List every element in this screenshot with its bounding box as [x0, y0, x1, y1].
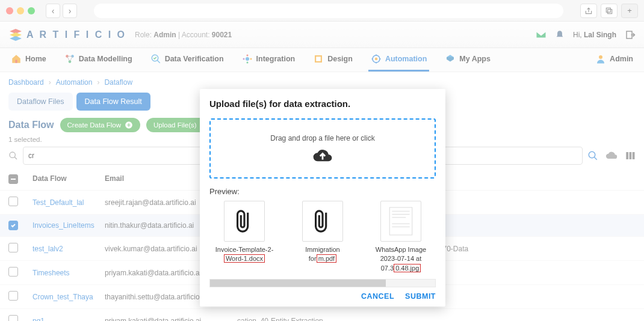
- preview-item[interactable]: WhatsApp Image 2023-07-14 at 07.30.48.jp…: [371, 201, 431, 273]
- row-checkbox[interactable]: [8, 315, 18, 321]
- close-window[interactable]: [6, 7, 13, 14]
- svg-point-7: [152, 55, 158, 61]
- svg-rect-23: [630, 152, 632, 159]
- nav-automation[interactable]: Automation: [368, 48, 429, 72]
- nav-data-modelling[interactable]: Data Modelling: [62, 48, 135, 72]
- row-checkbox[interactable]: [8, 243, 18, 252]
- forward-button[interactable]: ›: [63, 4, 77, 18]
- minimize-window[interactable]: [17, 7, 24, 14]
- svg-point-17: [599, 55, 602, 59]
- cancel-button[interactable]: CANCEL: [361, 292, 394, 301]
- nav-integration[interactable]: Integration: [240, 48, 298, 72]
- svg-rect-22: [626, 152, 628, 159]
- svg-rect-25: [11, 179, 16, 180]
- row-checkbox[interactable]: [8, 197, 18, 206]
- share-button[interactable]: [580, 4, 597, 18]
- logo[interactable]: A R T I F I C I O: [8, 28, 126, 42]
- breadcrumb-dashboard[interactable]: Dashboard: [8, 78, 44, 87]
- svg-point-5: [71, 55, 74, 58]
- svg-point-9: [246, 55, 248, 57]
- svg-point-11: [246, 62, 248, 64]
- nav-my-apps[interactable]: My Apps: [442, 48, 493, 72]
- chevron-right-icon: ›: [97, 78, 99, 87]
- breadcrumb-automation[interactable]: Automation: [56, 78, 93, 87]
- tab-data-flow-result[interactable]: Data Flow Result: [76, 93, 150, 111]
- svg-rect-0: [608, 9, 612, 13]
- document-thumb-icon: [387, 206, 415, 236]
- svg-point-6: [68, 60, 71, 63]
- row-checkbox[interactable]: [8, 291, 18, 301]
- role-info: Role: Admin | Account: 90021: [135, 31, 232, 39]
- automation-icon: [371, 54, 382, 64]
- submit-button[interactable]: SUBMIT: [405, 292, 436, 301]
- table-row[interactable]: pg1priyam.kakati@data.artificio.aication…: [0, 309, 644, 321]
- copy-button[interactable]: [601, 4, 618, 18]
- user-greeting: Hi, Lal Singh: [573, 31, 616, 39]
- data-flow-link[interactable]: Timesheets: [33, 269, 105, 277]
- app-header: A R T I F I C I O Role: Admin | Account:…: [0, 22, 644, 48]
- select-all-checkbox[interactable]: [8, 174, 18, 184]
- preview-item[interactable]: Immigration form.pdf: [293, 201, 353, 273]
- svg-rect-14: [316, 57, 321, 61]
- svg-point-18: [125, 121, 132, 129]
- attachment-icon: [312, 209, 333, 233]
- row-checkbox[interactable]: [8, 267, 18, 277]
- data-flow-link[interactable]: Test_Default_lal: [33, 198, 105, 207]
- svg-point-20: [10, 152, 15, 157]
- preview-item[interactable]: Invoice-Template-2-Word-1.docx: [214, 201, 274, 273]
- email-cell: priyam.kakati@data.artificio.ai: [105, 317, 237, 322]
- header-data-flow[interactable]: Data Flow: [33, 174, 105, 184]
- design-icon: [313, 54, 324, 64]
- desc-cell: cation, 40-Entity Extraction: [237, 317, 636, 322]
- attachment-icon: [234, 209, 255, 233]
- logo-icon: [8, 28, 23, 42]
- svg-rect-3: [16, 60, 17, 63]
- breadcrumb-dataflow[interactable]: Dataflow: [104, 78, 132, 87]
- page-title: Data Flow: [8, 120, 54, 130]
- preview-label: Preview:: [209, 187, 436, 196]
- brand-text: A R T I F I C I O: [26, 29, 126, 40]
- browser-chrome: ‹ › +: [0, 0, 644, 22]
- data-flow-link[interactable]: test_lalv2: [33, 245, 105, 253]
- integration-icon: [242, 54, 253, 64]
- svg-point-8: [246, 57, 249, 61]
- modelling-icon: [64, 54, 75, 64]
- notification-icon[interactable]: [555, 30, 565, 40]
- svg-rect-1: [606, 8, 610, 12]
- search-action-icon[interactable]: [587, 150, 598, 161]
- file-name: Immigration form.pdf: [293, 245, 353, 264]
- data-flow-link[interactable]: Crown_test_Thaya: [33, 293, 105, 301]
- svg-point-16: [375, 58, 378, 61]
- nav-data-verification[interactable]: Data Verification: [148, 48, 226, 72]
- back-button[interactable]: ‹: [46, 4, 60, 18]
- create-data-flow-button[interactable]: Create Data Flow: [60, 118, 140, 132]
- data-flow-link[interactable]: pg1: [33, 317, 105, 322]
- verification-icon: [150, 54, 161, 64]
- cloud-upload-icon: [312, 146, 333, 163]
- nav-home[interactable]: Home: [8, 48, 49, 72]
- svg-point-4: [66, 55, 69, 58]
- modal-scrollbar[interactable]: [209, 279, 436, 287]
- svg-rect-26: [389, 207, 412, 235]
- svg-rect-2: [627, 31, 632, 38]
- svg-point-10: [250, 58, 252, 60]
- maximize-window[interactable]: [28, 7, 35, 14]
- data-flow-link[interactable]: Invoices_LineItems: [33, 221, 105, 230]
- new-tab-button[interactable]: +: [621, 4, 638, 18]
- cloud-download-icon[interactable]: [605, 150, 618, 162]
- mail-icon[interactable]: [536, 29, 546, 40]
- row-checkbox[interactable]: [8, 221, 18, 230]
- nav-design[interactable]: Design: [311, 48, 355, 72]
- tab-dataflow-files[interactable]: Dataflow Files: [8, 93, 73, 111]
- modal-title: Upload file(s) for data extraction.: [209, 99, 436, 109]
- plus-circle-icon: [125, 121, 133, 129]
- nav-admin[interactable]: Admin: [593, 48, 636, 72]
- dropzone-text: Drag and drop a file here or click: [270, 134, 374, 142]
- admin-icon: [595, 54, 606, 64]
- top-nav: Home Data Modelling Data Verification In…: [0, 48, 644, 72]
- dropzone[interactable]: Drag and drop a file here or click: [209, 118, 436, 179]
- traffic-lights: [6, 7, 35, 14]
- logout-icon[interactable]: [625, 29, 636, 40]
- url-bar[interactable]: [94, 4, 563, 18]
- columns-icon[interactable]: [625, 150, 636, 161]
